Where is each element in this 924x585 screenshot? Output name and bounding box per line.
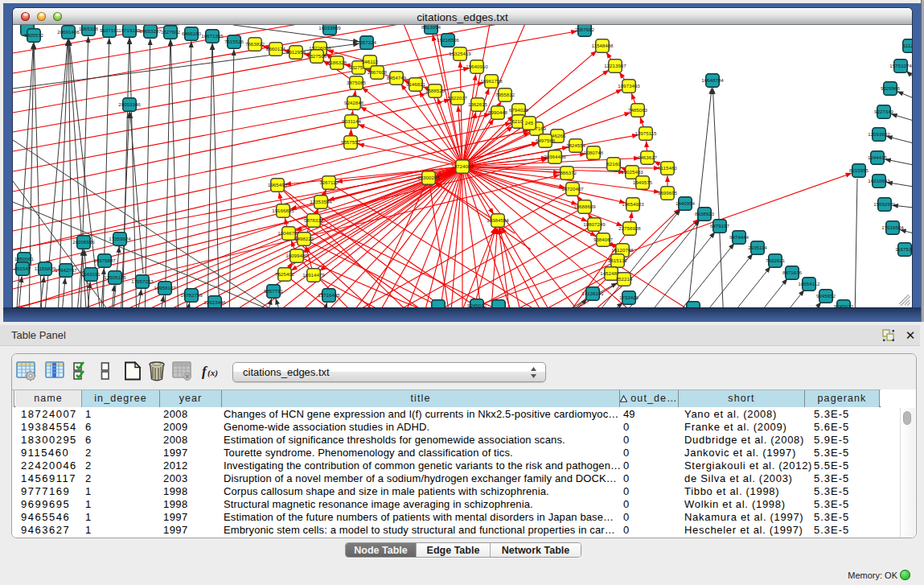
graph-node-label: 1498222 [294, 236, 314, 241]
graph-node-label: 10719185 [118, 27, 141, 33]
dropdown-stepper-icon [530, 366, 537, 382]
graph-node-label: 8186328 [327, 60, 347, 65]
network-view-frame: citations_edges.txt 14055722069140610653… [3, 3, 922, 322]
graph-node[interactable] [687, 302, 700, 307]
graph-node-label: 1965498 [268, 182, 288, 187]
network-window-title: citations_edges.txt [13, 11, 912, 23]
graph-edge [13, 83, 484, 171]
table-row[interactable]: 977716911998Corpus callosum shape and si… [12, 485, 916, 498]
graph-node-label: 12505135 [104, 274, 126, 280]
table-row[interactable]: 1830029562008Estimation of significance … [12, 434, 916, 447]
table-row[interactable]: 1456911722003Disruption of a novel membe… [12, 472, 916, 485]
cell-title: Disruption of a novel member of a sodium… [224, 472, 626, 485]
network-canvas[interactable]: 1405572206914061065328910719110719185106… [13, 25, 912, 307]
graph-node-label: 10973493 [618, 83, 640, 89]
cell-title: Tourette syndrome. Phenomenology and cla… [224, 447, 626, 459]
delete-column-icon[interactable] [147, 360, 166, 385]
graph-node-label: 17957253 [131, 278, 154, 284]
graph-node-label: 9115460 [658, 165, 677, 171]
graph-node-label: 15640910 [466, 64, 488, 69]
graph-edge [61, 278, 65, 307]
graph-node-label: 9227349 [874, 109, 894, 114]
graph-edge [886, 183, 912, 187]
show-columns-icon[interactable] [45, 360, 66, 385]
cell-title: Embryonic stem cells: a model to study s… [224, 524, 626, 537]
rows-icon[interactable] [101, 360, 110, 385]
table-row[interactable]: 1872400712008Changes of HCN gene express… [12, 408, 916, 421]
cell-short: Franke et al. (2009) [684, 421, 835, 434]
graph-node-label: 9557552 [341, 139, 361, 145]
graph-edge [906, 71, 912, 77]
graph-node-label: 16914479 [302, 272, 325, 278]
table-row[interactable]: 946554611997Estimation of the future num… [12, 511, 916, 524]
graph-node-label: 20364436 [544, 154, 566, 159]
graph-node-label: 19654923 [622, 201, 644, 207]
scrollbar-thumb[interactable] [903, 411, 911, 425]
graph-node-label: 16099489 [285, 253, 308, 258]
table-row[interactable]: 911546021997Tourette syndrome. Phenomeno… [12, 447, 916, 459]
table-row[interactable]: 2242004622012Investigating the contribut… [12, 459, 916, 472]
row-header-corner [12, 390, 14, 407]
table-scrollbar[interactable] [900, 408, 915, 538]
column-header-title[interactable]: title [222, 390, 620, 407]
column-header-out[interactable]: out_de… [620, 390, 679, 407]
graph-node[interactable] [492, 300, 506, 307]
window-shadow [3, 307, 922, 320]
table-panel-header: Table Panel ✕ [0, 325, 920, 346]
graph-edge [805, 302, 821, 307]
cell-pagerank: 5.3E-5 [814, 447, 913, 459]
graph-node-label: 7886372 [557, 170, 577, 175]
graph-node-label: 6466160 [182, 31, 202, 36]
graph-node-label: 1244415 [868, 154, 888, 160]
tab-node-table[interactable]: Node Table [346, 543, 417, 557]
table-mode-icon[interactable] [16, 360, 37, 385]
svg-text:(x): (x) [207, 368, 218, 378]
graph-node-label: 7632621 [766, 257, 786, 263]
float-window-icon[interactable] [882, 329, 896, 343]
table-row[interactable]: 969969511998Structural magnetic resonanc… [12, 498, 916, 511]
table-row[interactable]: 946362711997Embryonic stem cells: a mode… [12, 524, 916, 537]
graph-node-label: 252214 [616, 276, 633, 282]
graph-node-label: 1080748 [584, 150, 604, 155]
graph-node-label: 1143191 [81, 271, 101, 277]
graph-node-label: 20206556 [72, 239, 95, 245]
graph-node-label: 15716485 [318, 292, 340, 298]
table-toolbar: f(x) citations_edges.txt [12, 354, 916, 389]
new-column-icon[interactable] [123, 360, 142, 385]
graph-node-label: 2087682 [575, 27, 595, 32]
citation-network-graph[interactable]: 1405572206914061065328910719110719185106… [13, 25, 912, 307]
graph-node-label: 17942757 [55, 267, 77, 273]
tab-edge-table[interactable]: Edge Table [417, 543, 491, 557]
graph-node-label: 3824554 [566, 142, 586, 148]
graph-edge [726, 266, 770, 307]
graph-node-label: 8912954 [286, 49, 306, 55]
graph-node-label: 19218506 [437, 37, 459, 43]
graph-node-label: 11123 [903, 43, 912, 48]
memory-ok-icon[interactable] [900, 570, 910, 580]
cell-title: Investigating the contribution of common… [224, 459, 626, 472]
graph-node-label: 10688609 [573, 204, 596, 209]
cell-short: Stergiakouli et al. (2012) [684, 459, 835, 472]
column-header-short[interactable]: short [679, 390, 805, 407]
graph-node-label: 12975115 [634, 130, 657, 136]
cell-pagerank: 5.3E-5 [814, 498, 913, 511]
graph-node-label: 2935114 [748, 245, 767, 250]
graph-edge [753, 278, 787, 307]
column-header-name[interactable]: name [15, 390, 82, 407]
table-panel-title: Table Panel [11, 329, 66, 341]
function-builder-icon[interactable]: f(x) [200, 360, 221, 385]
tab-network-table[interactable]: Network Table [491, 543, 581, 557]
graph-node-label: 6479197 [710, 223, 730, 229]
table-row[interactable]: 1938455462009Genome-wide association stu… [12, 421, 916, 434]
select-all-icon[interactable] [72, 360, 90, 385]
graph-node-label: 8813054 [421, 25, 441, 30]
column-header-pagerank[interactable]: pagerank [805, 390, 880, 407]
column-header-year[interactable]: year [160, 390, 222, 407]
column-header-in_degree[interactable]: in_degree [82, 390, 160, 407]
graph-node-label: 1527602 [161, 29, 181, 35]
resize-grip-icon[interactable] [897, 293, 910, 306]
network-window-titlebar[interactable]: citations_edges.txt [13, 8, 912, 25]
table-select-dropdown[interactable]: citations_edges.txt [232, 362, 546, 382]
close-panel-icon[interactable]: ✕ [904, 328, 917, 342]
graph-node[interactable] [432, 300, 446, 307]
